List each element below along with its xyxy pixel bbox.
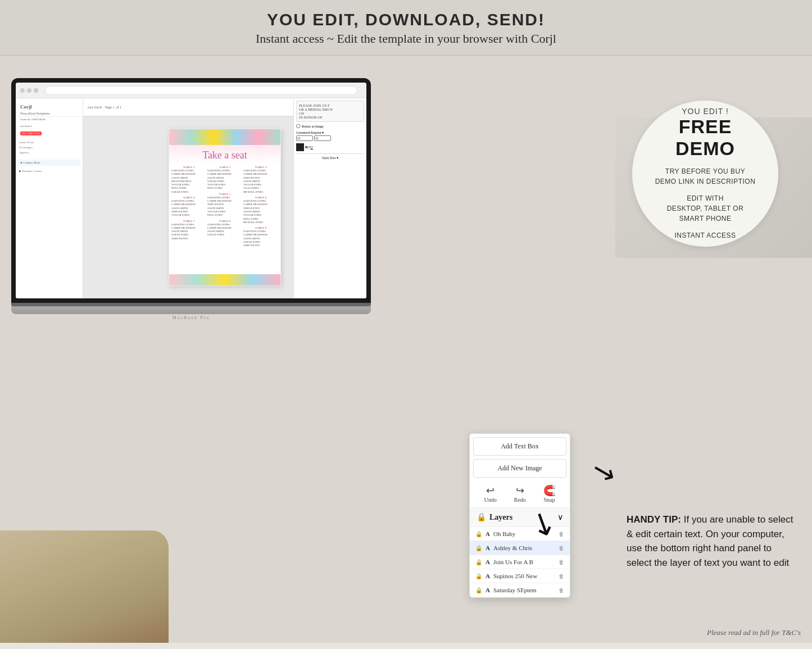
- undo-label: Undo: [484, 497, 496, 503]
- sidebar-action-1[interactable]: Send a Proof: [18, 140, 80, 145]
- layer-item-supinos[interactable]: 🔒 A Supinos 250 New 🗑: [470, 569, 570, 583]
- bottom-tab[interactable]: ▶ You have 1 issue...: [18, 168, 80, 174]
- free-demo-circle: YOU EDIT ! FREE DEMO TRY BEFORE YOU BUY …: [632, 101, 778, 247]
- font-selector[interactable]: font font ▾: [88, 105, 102, 109]
- resize-checkbox[interactable]: [296, 124, 300, 128]
- add-new-image-button[interactable]: Add New Image: [473, 459, 566, 478]
- redo-icon: ↪: [516, 485, 524, 496]
- trash-icon-4[interactable]: 🗑: [559, 573, 564, 579]
- undo-icon: ↩: [486, 485, 495, 496]
- lock-icon-4: 🔒: [475, 573, 482, 579]
- arrow-to-tip: ↘: [588, 455, 619, 488]
- header-subtitle: Instant access ~ Edit the template in yo…: [0, 31, 812, 46]
- laptop-container: Corjl NoocaPartyTemplates Order Id: 1509…: [11, 78, 371, 320]
- trash-icon-3[interactable]: 🗑: [559, 559, 564, 565]
- icon-row: ↩ Undo ↪ Redo 🧲 Snap: [470, 481, 570, 508]
- seating-tables: TABLE 1 SAMANTHA JONESCARRIE BRADSHAWJAS…: [169, 164, 280, 250]
- laptop-base: [11, 303, 371, 314]
- lock-icon-3: 🔒: [475, 559, 482, 565]
- layers-title: 🔒 Layers: [477, 512, 512, 522]
- floral-bottom: [169, 274, 280, 285]
- lock-icon-header: 🔒: [477, 512, 486, 522]
- type-icon-4: A: [486, 573, 490, 579]
- page-controls: Page 1 of 1: [105, 106, 121, 109]
- italic-btn[interactable]: I: [309, 145, 310, 149]
- trash-icon-2[interactable]: 🗑: [559, 545, 564, 551]
- layer-item-ashley-chris[interactable]: 🔒 A Ashley & Chris 🗑: [470, 541, 570, 555]
- sidebar-action-3[interactable]: Approve: [18, 150, 80, 155]
- instant-access-text: INSTANT ACCESS: [674, 230, 736, 240]
- table-col-1: TABLE 1 SAMANTHA JONESCARRIE BRADSHAWJAS…: [171, 166, 206, 248]
- floral-top: [169, 129, 280, 145]
- redo-button[interactable]: ↪ Redo: [514, 485, 526, 503]
- layer-name-3: Join Us For A B: [493, 559, 555, 565]
- handy-tip-label: HANDY TIP:: [627, 514, 681, 525]
- add-text-box-button[interactable]: Add Text Box: [473, 437, 566, 456]
- macbook-label: MacBook Pro: [11, 315, 371, 320]
- laptop-screen-outer: Corjl NoocaPartyTemplates Order Id: 1509…: [11, 78, 371, 303]
- underline-btn[interactable]: U: [310, 145, 313, 149]
- you-edit-label: YOU EDIT !: [682, 107, 729, 116]
- page-of: of 1: [116, 106, 122, 109]
- resize-image: Resize as Image: [296, 124, 364, 128]
- seating-title: Take a seat: [171, 149, 278, 161]
- corjl-canvas: Take a seat TABLE 1 SAMANTHA JONESCARRIE…: [83, 116, 366, 298]
- table-col-3: TABLE 3 SAMANTHA JONESCARRIE BRADSHAWJOH…: [243, 166, 278, 248]
- edit-with-text: EDIT WITH: [687, 193, 724, 203]
- redo-label: Redo: [514, 497, 526, 503]
- page-num: Page 1: [105, 106, 114, 109]
- bold-btn[interactable]: B: [305, 145, 308, 149]
- snap-button[interactable]: 🧲 Snap: [543, 485, 556, 503]
- corjl-logo: Corjl: [18, 103, 80, 111]
- seating-card-header: Take a seat: [169, 145, 280, 164]
- browser-url-bar[interactable]: [45, 86, 357, 95]
- lock-icon-2: 🔒: [475, 545, 482, 551]
- format-icons: B I U: [305, 145, 313, 149]
- sidebar-action-2[interactable]: To Changes: [18, 145, 80, 150]
- layer-name-2: Ashley & Chris: [493, 544, 555, 551]
- size-controls: [296, 135, 364, 141]
- corjl-canvas-area: font font ▾ Page 1 of 1 📋 ↗: [83, 98, 366, 298]
- seating-chart-card[interactable]: Take a seat TABLE 1 SAMANTHA JONESCARRIE…: [169, 129, 281, 286]
- demo-link-text: DEMO LINK IN DESCRIPTION: [655, 176, 756, 187]
- type-icon-3: A: [486, 559, 490, 565]
- trash-icon-1[interactable]: 🗑: [559, 531, 564, 537]
- status-area: test Item 1: [18, 122, 80, 130]
- style-text-btn[interactable]: Style Text ▾: [296, 153, 364, 160]
- snap-icon: 🧲: [543, 485, 556, 496]
- free-demo-title: FREE DEMO: [649, 116, 761, 160]
- corjl-editor: Corjl NoocaPartyTemplates Order Id: 1509…: [16, 98, 366, 298]
- layer-item-saturday[interactable]: 🔒 A Saturday SEptem 🗑: [470, 583, 570, 597]
- layer-item-join-us[interactable]: 🔒 A Join Us For A B 🗑: [470, 555, 570, 569]
- device-text: DESKTOP, TABLET OR: [667, 203, 744, 214]
- layer-name-5: Saturday SEptem: [493, 587, 555, 593]
- order-id: Order Id: 1509758194: [18, 117, 80, 122]
- undo-button[interactable]: ↩ Undo: [484, 485, 496, 503]
- laptop-hinge: [11, 303, 371, 306]
- line-height-input[interactable]: [314, 135, 331, 141]
- main-content: Corjl NoocaPartyTemplates Order Id: 1509…: [0, 56, 812, 643]
- please-join-text: PLEASE JOIN US FOR A BRIDAL BRUNCHIN HON…: [296, 101, 364, 122]
- table-col-2: TABLE 2 SAMANTHA JONESCARRIE BRADSHAWJAS…: [207, 166, 242, 248]
- brand-name: NoocaPartyTemplates: [18, 111, 80, 117]
- trash-icon-5[interactable]: 🗑: [559, 587, 564, 593]
- type-icon-2: A: [486, 544, 490, 551]
- color-swatch[interactable]: [296, 143, 304, 151]
- lock-icon-5: 🔒: [475, 587, 482, 593]
- font-label: Gotamord Regular ▾: [296, 130, 364, 134]
- layers-title-text: Layers: [489, 513, 512, 522]
- header-title: YOU EDIT, DOWNLOAD, SEND!: [0, 10, 812, 29]
- font-size-input[interactable]: [296, 135, 313, 141]
- status-badge: INCOMPLETE: [18, 130, 80, 137]
- layer-name-4: Supinos 250 New: [493, 573, 555, 579]
- type-icon-5: A: [486, 587, 490, 593]
- editor-right-panel: PLEASE JOIN US FOR A BRIDAL BRUNCHIN HON…: [293, 98, 366, 298]
- corjl-sidebar: Corjl NoocaPartyTemplates Order Id: 1509…: [16, 98, 83, 298]
- try-before-text: TRY BEFORE YOU BUY: [665, 166, 745, 176]
- lock-icon-1: 🔒: [475, 531, 482, 537]
- browser-dot-green: [34, 88, 38, 93]
- type-icon-1: A: [486, 530, 490, 537]
- header-banner: YOU EDIT, DOWNLOAD, SEND! Instant access…: [0, 0, 812, 56]
- collapse-menu[interactable]: ◄ Collapse Menu: [18, 160, 80, 166]
- laptop-screen-inner: Corjl NoocaPartyTemplates Order Id: 1509…: [16, 83, 366, 298]
